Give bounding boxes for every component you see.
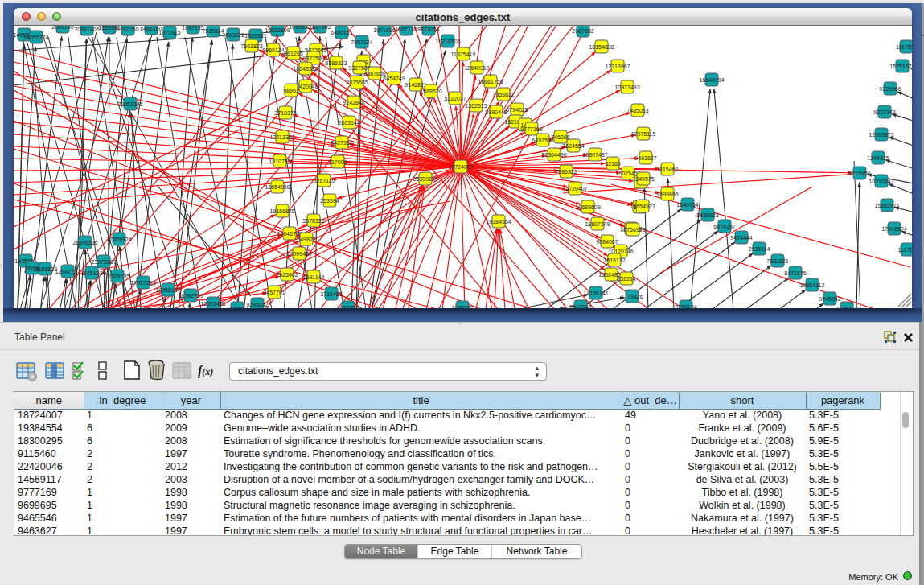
svg-text:1062355: 1062355 — [337, 305, 359, 309]
svg-text:1065532: 1065532 — [289, 26, 310, 30]
svg-text:11325419: 11325419 — [451, 51, 476, 57]
svg-text:116753: 116753 — [898, 247, 912, 253]
svg-text:17016504: 17016504 — [881, 226, 906, 232]
svg-text:3716485: 3716485 — [320, 291, 342, 297]
svg-text:2935114: 2935114 — [749, 246, 770, 252]
svg-text:14136141: 14136141 — [583, 290, 608, 296]
svg-text:1071915: 1071915 — [158, 30, 180, 35]
svg-text:16033809: 16033809 — [265, 27, 290, 33]
svg-text:8938923: 8938923 — [696, 212, 718, 218]
svg-text:2687682: 2687682 — [572, 28, 593, 34]
svg-text:5322037: 5322037 — [444, 96, 466, 101]
svg-text:12975115: 12975115 — [631, 131, 656, 137]
svg-text:9245012: 9245012 — [246, 302, 268, 307]
svg-text:8990448: 8990448 — [485, 109, 507, 115]
svg-text:9084067: 9084067 — [596, 239, 618, 245]
svg-text:17359924: 17359924 — [106, 237, 131, 242]
svg-text:8186323: 8186323 — [325, 60, 347, 66]
svg-text:9474444: 9474444 — [730, 235, 752, 241]
svg-text:10120746: 10120746 — [608, 249, 633, 254]
svg-text:1175233: 1175233 — [836, 306, 858, 309]
svg-text:18807249: 18807249 — [585, 221, 610, 227]
svg-text:1117534: 1117534 — [896, 44, 912, 50]
svg-text:8427552: 8427552 — [331, 140, 352, 146]
svg-text:7485063: 7485063 — [626, 108, 648, 113]
svg-text:7663821: 7663821 — [222, 32, 244, 38]
svg-text:26206536: 26206536 — [72, 240, 97, 245]
svg-text:18640910: 18640910 — [464, 65, 489, 71]
svg-text:6794028: 6794028 — [506, 107, 528, 113]
svg-text:16046798: 16046798 — [277, 231, 302, 237]
svg-text:15720407: 15720407 — [562, 186, 587, 192]
svg-text:12505135: 12505135 — [105, 274, 129, 279]
svg-text:1667136: 1667136 — [395, 27, 417, 32]
svg-text:10210643: 10210643 — [869, 179, 893, 184]
svg-text:29053346: 29053346 — [117, 101, 142, 107]
svg-text:7625402: 7625402 — [276, 272, 298, 278]
svg-text:12942737: 12942737 — [55, 269, 80, 274]
svg-text:1691144: 1691144 — [303, 274, 325, 280]
svg-text:16154838: 16154838 — [589, 44, 614, 50]
svg-text:25300215: 25300215 — [413, 176, 437, 182]
svg-text:1603381: 1603381 — [244, 33, 266, 39]
svg-text:17957255: 17957255 — [130, 280, 155, 286]
svg-text:2718176: 2718176 — [274, 110, 296, 116]
svg-text:1640954: 1640954 — [676, 202, 698, 208]
svg-text:10807487: 10807487 — [582, 152, 607, 158]
svg-text:9750124: 9750124 — [675, 304, 696, 309]
svg-text:9115460: 9115460 — [657, 167, 679, 172]
svg-text:1071916: 1071916 — [373, 27, 395, 33]
svg-text:8471676: 8471676 — [784, 270, 806, 276]
svg-text:10756928: 10756928 — [620, 227, 645, 233]
svg-text:98961: 98961 — [283, 88, 299, 93]
svg-text:1349575: 1349575 — [632, 176, 654, 182]
svg-text:20691406: 20691406 — [74, 27, 99, 32]
svg-text:1010755: 1010755 — [269, 159, 290, 164]
svg-text:8312046: 8312046 — [569, 304, 591, 309]
svg-text:253594: 253594 — [320, 198, 339, 204]
svg-text:16782759: 16782759 — [178, 293, 203, 299]
svg-text:9699695: 9699695 — [656, 192, 678, 197]
svg-text:8454749: 8454749 — [383, 76, 405, 81]
svg-text:12213967: 12213967 — [605, 64, 630, 69]
svg-text:746266: 746266 — [551, 134, 569, 140]
svg-text:62160: 62160 — [605, 161, 621, 167]
svg-text:11156829: 11156829 — [33, 266, 57, 272]
svg-text:8813054: 8813054 — [417, 27, 439, 32]
svg-text:6679197: 6679197 — [713, 224, 735, 229]
svg-text:9242848: 9242848 — [343, 100, 364, 105]
svg-text:1145193: 1145193 — [81, 270, 103, 276]
svg-text:9329966: 9329966 — [879, 86, 901, 92]
svg-text:6466161: 6466161 — [331, 30, 352, 35]
svg-text:21364436: 21364436 — [541, 152, 566, 158]
svg-text:10973493: 10973493 — [614, 84, 639, 90]
svg-text:1588520: 1588520 — [420, 89, 441, 94]
svg-text:7957224: 7957224 — [351, 39, 372, 45]
svg-text:7955812: 7955812 — [492, 92, 514, 97]
svg-text:12323466: 12323466 — [200, 301, 225, 307]
svg-text:549822: 549822 — [297, 237, 315, 242]
svg-text:19384554: 19384554 — [486, 219, 511, 225]
svg-text:2803144: 2803144 — [338, 120, 359, 126]
svg-text:1035721: 1035721 — [451, 305, 473, 309]
svg-text:1652760: 1652760 — [117, 27, 138, 32]
svg-text:16961758: 16961758 — [478, 79, 503, 84]
svg-text:1615132: 1615132 — [603, 257, 625, 263]
svg-text:10688609: 10688609 — [575, 204, 600, 210]
svg-text:3624554: 3624554 — [562, 143, 584, 149]
svg-text:1733426: 1733426 — [621, 294, 643, 299]
svg-text:10654112: 10654112 — [800, 282, 825, 288]
svg-text:3267110: 3267110 — [314, 178, 335, 183]
svg-text:1362615: 1362615 — [465, 103, 487, 109]
svg-text:19218506: 19218506 — [435, 39, 460, 44]
svg-text:15692971: 15692971 — [874, 203, 899, 208]
svg-text:15751074: 15751074 — [889, 64, 912, 69]
svg-text:16654908: 16654908 — [265, 184, 290, 190]
svg-text:16654923: 16654923 — [630, 204, 655, 209]
svg-text:1067135: 1067135 — [182, 26, 203, 31]
svg-text:19166825: 19166825 — [269, 208, 294, 214]
svg-text:9777169: 9777169 — [520, 126, 542, 132]
svg-text:18724007: 18724007 — [448, 164, 473, 170]
svg-text:3875685: 3875685 — [346, 80, 368, 85]
svg-text:10958107: 10958107 — [155, 287, 180, 293]
